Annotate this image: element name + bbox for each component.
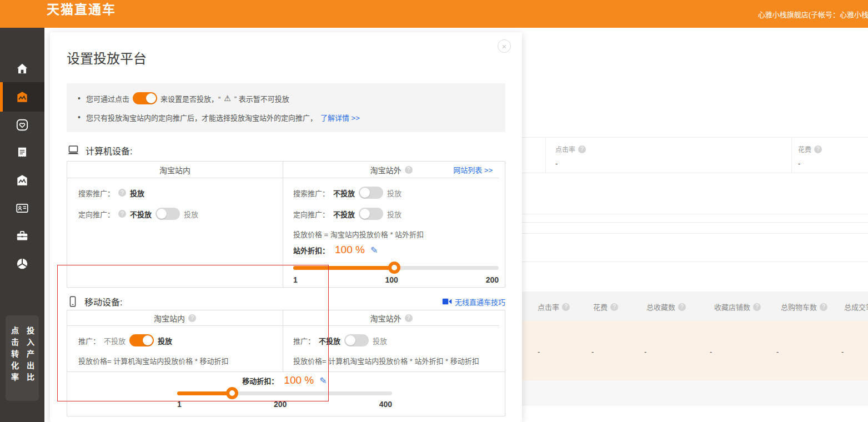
sidebar-item-audience[interactable] bbox=[0, 194, 44, 222]
state-on-label: 投放 bbox=[130, 188, 144, 198]
bullet-icon: • bbox=[78, 113, 81, 122]
table-cell: - bbox=[591, 348, 594, 356]
help-icon[interactable]: ? bbox=[562, 303, 570, 311]
sidebar-item-reports[interactable] bbox=[0, 139, 44, 167]
price-formula: 投放价格= 计算机淘宝站内投放价格 * 站外折扣 * 移动折扣 bbox=[293, 355, 499, 366]
notice-line-2: • 您只有投放淘宝站内的定向推广后，才能选择投放淘宝站外的定向推广， 了解详情 … bbox=[78, 110, 494, 124]
mobile-platform-table: 淘宝站内 ? 推广： 不投放 投放 投放价格= 计算机淘宝站内投放价格 * 移动… bbox=[67, 310, 505, 416]
slider-handle[interactable] bbox=[226, 387, 238, 399]
notice-text: ” 表示暂不可投放 bbox=[234, 93, 289, 104]
pc-offsite-search-toggle[interactable] bbox=[359, 187, 383, 199]
metric-label: 花费 bbox=[798, 144, 811, 154]
state-off-label: 不投放 bbox=[333, 209, 355, 219]
example-toggle[interactable] bbox=[133, 92, 157, 104]
metric-vertical-label: 点击转化率 bbox=[9, 326, 20, 401]
close-icon: × bbox=[502, 42, 507, 51]
table-cell: - bbox=[776, 348, 779, 356]
divider bbox=[522, 233, 868, 234]
column-header: 点击率 bbox=[538, 302, 559, 312]
divider bbox=[522, 173, 868, 173]
mobile-offsite-promo-row: 推广： 不投放 投放 bbox=[293, 334, 499, 347]
help-icon[interactable]: ? bbox=[405, 166, 413, 174]
close-button[interactable]: × bbox=[498, 39, 511, 53]
help-icon[interactable]: ? bbox=[820, 303, 827, 311]
table-cell: - bbox=[710, 348, 712, 356]
id-card-icon bbox=[15, 201, 29, 215]
help-icon[interactable]: ? bbox=[610, 303, 618, 311]
briefcase-icon bbox=[15, 229, 29, 243]
help-icon[interactable]: ? bbox=[405, 314, 413, 322]
mobile-offsite-toggle[interactable] bbox=[344, 334, 369, 346]
search-promo-row: 搜索推广： ? 投放 bbox=[78, 186, 283, 199]
sidebar-item-tools[interactable] bbox=[0, 222, 44, 250]
mobile-onsite-toggle[interactable] bbox=[129, 334, 154, 346]
notice-text: 来设置是否投放，“ bbox=[160, 93, 220, 104]
table-row-empty bbox=[522, 380, 868, 405]
discount-value: 100 % bbox=[284, 374, 314, 386]
divider bbox=[522, 137, 868, 138]
help-icon[interactable]: ? bbox=[753, 303, 761, 311]
table-cell: - bbox=[644, 348, 646, 356]
logo-title: 天猫直通车 bbox=[47, 2, 119, 28]
column-header: 花费 bbox=[593, 302, 608, 312]
row-label: 搜索推广： bbox=[78, 188, 114, 198]
taobao-offsite-header: 淘宝站外 ? bbox=[283, 310, 499, 326]
table-row: - - - - - - bbox=[522, 321, 868, 380]
sidebar-item-network[interactable] bbox=[0, 250, 44, 278]
targeted-promo-row: 定向推广： ? 不投放 投放 bbox=[78, 207, 283, 220]
account-name[interactable]: 心雅小栈旗舰店(子帐号：心雅小栈旗 bbox=[758, 9, 868, 19]
table-cell: - bbox=[841, 348, 844, 356]
help-icon[interactable]: ? bbox=[678, 303, 686, 311]
divider bbox=[791, 138, 792, 173]
discount-label: 移动折扣： bbox=[242, 375, 278, 386]
state-on-label: 投放 bbox=[184, 209, 198, 219]
state-on-label: 投放 bbox=[158, 335, 172, 346]
notice-text: 您只有投放淘宝站内的定向推广后，才能选择投放淘宝站外的定向推广， bbox=[86, 112, 317, 123]
set-platform-modal: × 设置投放平台 • 您可通过点击 来设置是否投放，“ ⚠ ” 表示暂不可投放 … bbox=[50, 32, 522, 422]
section-title: 移动设备: bbox=[84, 295, 122, 308]
video-camera-icon bbox=[442, 298, 452, 305]
computer-icon bbox=[67, 144, 80, 157]
app-root: 点击率 ? - 花费 ? - 点击率? 花费? 总收藏数? 收藏店铺数? 总购物… bbox=[0, 0, 868, 422]
help-icon[interactable]: ? bbox=[188, 314, 196, 322]
site-list-link[interactable]: 网站列表 >> bbox=[453, 164, 493, 175]
offsite-discount-slider[interactable] bbox=[293, 266, 499, 270]
topbar: 天猫直通车 阿里妈妈旗下产品 心雅小栈旗舰店(子帐号：心雅小栈旗 bbox=[0, 0, 868, 28]
edit-pencil-icon[interactable]: ✎ bbox=[319, 375, 327, 386]
notice-text: 您可通过点击 bbox=[86, 93, 129, 104]
state-off-label: 不投放 bbox=[104, 335, 126, 346]
bullet-icon: • bbox=[78, 94, 81, 103]
learn-more-link[interactable]: 了解详情 >> bbox=[320, 112, 360, 123]
help-icon[interactable]: ? bbox=[814, 145, 822, 153]
pc-onsite-target-toggle[interactable] bbox=[155, 208, 180, 220]
app-logo[interactable]: 天猫直通车 阿里妈妈旗下产品 bbox=[16, 2, 119, 28]
state-off-label: 不投放 bbox=[319, 335, 340, 346]
warning-icon: ⚠ bbox=[224, 94, 231, 103]
sidebar-metrics-panel[interactable]: 点击转化率 投入产出比 bbox=[6, 315, 39, 401]
column-header: 总成交笔 bbox=[844, 302, 868, 312]
help-icon[interactable]: ? bbox=[118, 210, 126, 218]
edit-pencil-icon[interactable]: ✎ bbox=[370, 245, 378, 255]
column-header: 总收藏数 bbox=[646, 302, 675, 312]
sidebar-item-home[interactable] bbox=[0, 55, 44, 83]
pc-offsite-target-toggle[interactable] bbox=[359, 208, 383, 220]
sidebar-item-campaign-active[interactable] bbox=[0, 82, 44, 112]
sidebar: 点击转化率 投入产出比 bbox=[0, 28, 44, 422]
state-off-label: 不投放 bbox=[333, 188, 355, 198]
wireless-tips-link[interactable]: 无线直通车技巧 bbox=[455, 297, 505, 307]
help-icon[interactable]: ? bbox=[578, 145, 586, 153]
section-title: 计算机设备: bbox=[86, 144, 132, 157]
taobao-offsite-header: 淘宝站外 ? 网站列表 >> bbox=[283, 162, 499, 178]
price-formula: 投放价格= 计算机淘宝站内投放价格 * 移动折扣 bbox=[78, 355, 283, 366]
help-icon[interactable]: ? bbox=[118, 189, 126, 197]
metric-label: 点击率 bbox=[555, 144, 575, 154]
mobile-discount-slider[interactable] bbox=[177, 391, 392, 395]
slider-handle[interactable] bbox=[388, 262, 400, 274]
summary-metric-cost: 花费 ? - bbox=[798, 144, 822, 168]
state-on-label: 投放 bbox=[387, 188, 402, 198]
sidebar-item-favorites[interactable] bbox=[0, 111, 44, 139]
column-header: 总购物车数 bbox=[781, 302, 817, 312]
mobile-onsite-promo-row: 推广： 不投放 投放 bbox=[78, 334, 283, 347]
row-label: 定向推广： bbox=[293, 209, 329, 219]
sidebar-item-creative[interactable] bbox=[0, 167, 44, 194]
